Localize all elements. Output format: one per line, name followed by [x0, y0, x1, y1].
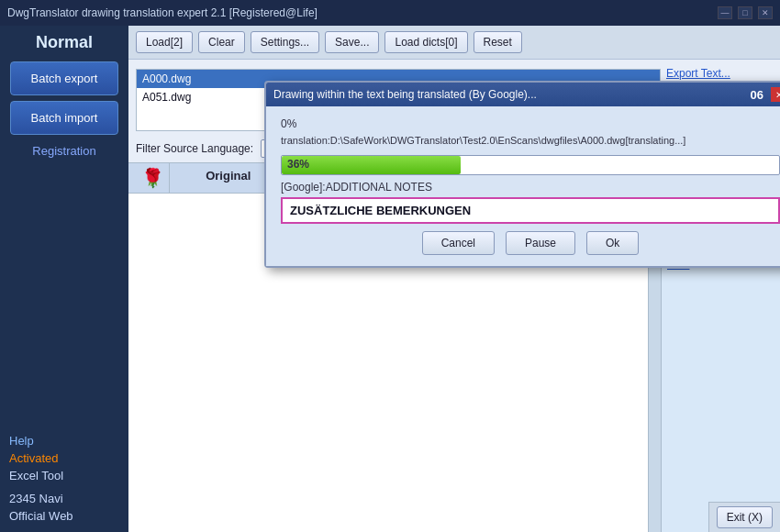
minimize-button[interactable]: — [718, 6, 732, 19]
progress-label: 36% [287, 158, 309, 171]
modal-title-bar: Drawing within the text being translated… [266, 83, 780, 106]
cancel-button[interactable]: Cancel [422, 231, 495, 255]
batch-export-button[interactable]: Batch export [10, 61, 118, 95]
reset-button[interactable]: Reset [474, 31, 522, 53]
batch-import-button[interactable]: Batch import [10, 101, 118, 135]
navi-link[interactable]: 2345 Navi [9, 492, 63, 505]
modal-percent-0: 0% [281, 117, 780, 130]
toolbar: Load[2] Clear Settings... Save... Load d… [128, 26, 780, 60]
exit-area: Exit (X) [708, 502, 780, 532]
app-body: Normal Batch export Batch import Registr… [0, 26, 780, 532]
source-language-label: Filter Source Language: [136, 142, 253, 155]
rose-icon: 🌹 [136, 163, 169, 193]
excel-tool-link[interactable]: Excel Tool [9, 469, 63, 482]
modal-path: translation:D:\SafeWork\DWGTranslator\Te… [281, 134, 780, 148]
help-link[interactable]: Help [9, 434, 34, 448]
translated-box: ZUSÄTZLICHE BEMERKUNGEN [281, 197, 780, 224]
clear-button[interactable]: Clear [198, 31, 245, 53]
sidebar: Normal Batch export Batch import Registr… [0, 26, 128, 532]
registration-link[interactable]: Registration [32, 144, 95, 158]
app-title: DwgTranslator drawing translation expert… [7, 6, 318, 19]
ok-button[interactable]: Ok [586, 231, 639, 255]
load-button[interactable]: Load[2] [136, 31, 193, 53]
exit-button[interactable]: Exit (X) [717, 506, 773, 528]
pause-button[interactable]: Pause [506, 231, 575, 255]
sidebar-normal-label: Normal [36, 33, 93, 52]
translation-modal: Drawing within the text being translated… [264, 81, 780, 268]
sidebar-bottom: Help Activated Excel Tool 2345 Navi Offi… [0, 427, 128, 532]
maximize-button[interactable]: □ [738, 6, 752, 19]
progress-bar-container: 36% [281, 155, 780, 175]
modal-title: Drawing within the text being translated… [273, 88, 537, 101]
load-dicts-button[interactable]: Load dicts[0] [384, 31, 467, 53]
save-button[interactable]: Save... [325, 31, 379, 53]
window-controls: — □ ✕ [718, 6, 773, 19]
title-bar: DwgTranslator drawing translation expert… [0, 0, 780, 26]
export-text-link[interactable]: Export Text... [666, 67, 774, 80]
modal-buttons: Cancel Pause Ok [281, 231, 780, 255]
close-button[interactable]: ✕ [758, 6, 773, 19]
modal-number: 06 [751, 88, 763, 102]
official-web-link[interactable]: Official Web [9, 509, 73, 523]
google-text: [Google]:ADDITIONAL NOTES [281, 181, 780, 194]
modal-body: 0% translation:D:\SafeWork\DWGTranslator… [266, 106, 780, 266]
modal-close-button[interactable]: ✕ [771, 87, 780, 102]
activated-link[interactable]: Activated [9, 451, 58, 465]
main-content: Load[2] Clear Settings... Save... Load d… [128, 26, 780, 532]
settings-button[interactable]: Settings... [251, 31, 319, 53]
